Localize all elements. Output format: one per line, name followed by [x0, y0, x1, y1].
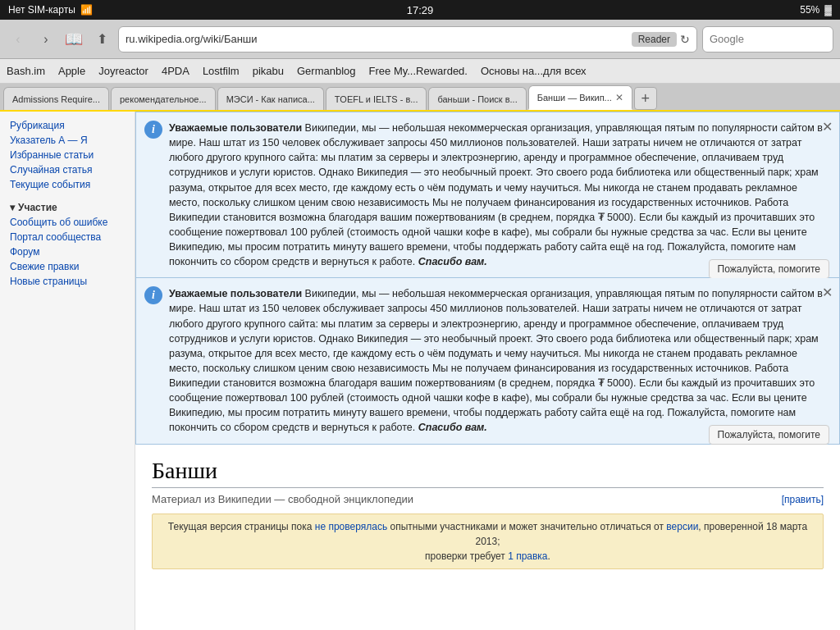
collapse-icon: ▾: [10, 202, 15, 213]
tab-3[interactable]: TOEFL и IELTS - в...: [326, 87, 427, 110]
article-content: Банши Материал из Википедии — свободной …: [135, 445, 840, 582]
reader-button[interactable]: Reader: [632, 32, 677, 47]
bookmark-apple[interactable]: Apple: [58, 65, 85, 77]
sidebar: Рубрикация Указатель А — Я Избранные ста…: [0, 112, 135, 630]
tab-label-4: баньши - Поиск в...: [437, 94, 517, 104]
sidebar-portal[interactable]: Портал сообщества: [0, 230, 135, 244]
status-right: 55% ▓: [800, 4, 832, 16]
battery-percent: 55%: [800, 4, 819, 16]
tab-label-1: рекомендательное...: [120, 94, 207, 104]
notice-1-text: Уважаемые пользователи Википедии, мы — н…: [169, 122, 823, 267]
article-subtitle: Материал из Википедии — свободной энцикл…: [152, 493, 824, 505]
address-bar[interactable]: ru.wikipedia.org/wiki/Банши Reader ↻: [118, 26, 697, 52]
tab-4[interactable]: баньши - Поиск в...: [428, 87, 526, 110]
clock: 17:29: [407, 4, 434, 16]
close-notice-2[interactable]: ✕: [822, 283, 833, 302]
article-subtitle-text: Материал из Википедии — свободной энцикл…: [152, 493, 413, 505]
sidebar-report-error[interactable]: Сообщить об ошибке: [0, 215, 135, 230]
content-area: i ✕ Уважаемые пользователи Википедии, мы…: [135, 112, 840, 630]
main-area: Рубрикация Указатель А — Я Избранные ста…: [0, 112, 840, 630]
wiki-notice-2: i ✕ Уважаемые пользователи Википедии, мы…: [135, 278, 840, 444]
bookmark-bash[interactable]: Bash.im: [7, 65, 45, 77]
not-verified-link[interactable]: не проверялась: [315, 521, 387, 532]
revision-notice: Текущая версия страницы пока не проверял…: [152, 514, 824, 569]
info-icon-2: i: [144, 286, 162, 304]
back-button[interactable]: ‹: [7, 28, 30, 51]
tab-label-2: МЭСИ - Как написа...: [226, 94, 315, 104]
sidebar-new-pages[interactable]: Новые страницы: [0, 274, 135, 289]
close-tab-icon[interactable]: ✕: [615, 92, 623, 103]
version-link[interactable]: версии: [666, 521, 698, 532]
forward-button[interactable]: ›: [34, 28, 57, 51]
help-button-1[interactable]: Пожалуйста, помогите: [709, 259, 829, 279]
tab-2[interactable]: МЭСИ - Как написа...: [217, 87, 324, 110]
tab-label-5: Банши — Викип...: [537, 93, 612, 103]
tabs-bar: Admissions Require... рекомендательное..…: [0, 84, 840, 112]
add-tab-button[interactable]: +: [634, 87, 657, 110]
sidebar-tekushchie[interactable]: Текущие события: [0, 177, 135, 192]
tab-0[interactable]: Admissions Require...: [3, 87, 109, 110]
bookmark-lostfilm[interactable]: Lostfilm: [203, 65, 240, 77]
wifi-icon: 📶: [80, 4, 93, 16]
tab-1[interactable]: рекомендательное...: [111, 87, 216, 110]
bookmarks-button[interactable]: 📖: [62, 28, 85, 51]
bookmark-germanblog[interactable]: Germanblog: [297, 65, 356, 77]
sidebar-fresh-edits[interactable]: Свежие правки: [0, 259, 135, 274]
info-icon-1: i: [144, 121, 162, 139]
close-notice-1[interactable]: ✕: [822, 117, 833, 136]
edit-link[interactable]: [править]: [782, 494, 824, 505]
bookmark-joyreactor[interactable]: Joyreactor: [98, 65, 148, 77]
help-button-2[interactable]: Пожалуйста, помогите: [709, 425, 829, 445]
address-text: ru.wikipedia.org/wiki/Банши: [126, 33, 632, 45]
bookmark-pikabu[interactable]: pikabu: [253, 65, 284, 77]
tab-label-3: TOEFL и IELTS - в...: [335, 94, 418, 104]
bookmark-osnovy[interactable]: Основы на...для всех: [481, 65, 587, 77]
article-title: Банши: [152, 458, 824, 488]
sidebar-sluchajnaya[interactable]: Случайная статья: [0, 162, 135, 177]
status-bar: Нет SIM-карты 📶 17:29 55% ▓: [0, 0, 840, 20]
bookmark-freemy[interactable]: Free My...Rewarded.: [369, 65, 468, 77]
sidebar-forum[interactable]: Форум: [0, 244, 135, 259]
share-button[interactable]: ⬆: [90, 28, 113, 51]
sidebar-ukazatel[interactable]: Указатель А — Я: [0, 133, 135, 148]
tab-label-0: Admissions Require...: [12, 94, 100, 104]
tab-5-active[interactable]: Банши — Викип... ✕: [528, 85, 632, 110]
refresh-button[interactable]: ↻: [680, 33, 690, 46]
sidebar-participation-title: ▾ Участие: [0, 199, 135, 215]
edits-link[interactable]: 1 правка: [508, 550, 547, 562]
bookmarks-bar: Bash.im Apple Joyreactor 4PDA Lostfilm p…: [0, 59, 840, 84]
carrier-text: Нет SIM-карты: [8, 4, 75, 16]
battery-icon: ▓: [824, 4, 832, 16]
sidebar-izbrannye[interactable]: Избранные статьи: [0, 148, 135, 162]
navigation-bar: ‹ › 📖 ⬆ ru.wikipedia.org/wiki/Банши Read…: [0, 20, 840, 59]
bookmark-4pda[interactable]: 4PDA: [162, 65, 189, 77]
search-input[interactable]: [702, 26, 833, 52]
status-left: Нет SIM-карты 📶: [8, 4, 93, 16]
sidebar-rubrikatsiya[interactable]: Рубрикация: [0, 118, 135, 133]
wiki-notice-1: i ✕ Уважаемые пользователи Википедии, мы…: [135, 112, 840, 278]
notice-2-text: Уважаемые пользователи Википедии, мы — н…: [169, 288, 823, 433]
